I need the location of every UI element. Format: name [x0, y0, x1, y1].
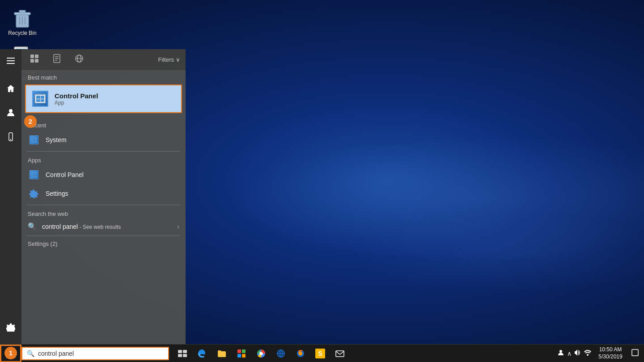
svg-rect-28: [183, 354, 187, 357]
sidebar-phone-button[interactable]: [2, 128, 20, 146]
taskbar-mail[interactable]: [330, 345, 350, 362]
sidebar-settings-button[interactable]: [2, 318, 20, 336]
tile-3: [31, 140, 34, 143]
hamburger-line-3: [7, 63, 15, 64]
taskbar-store[interactable]: [232, 345, 251, 362]
recent-section: Recent System: [21, 118, 186, 153]
recent-system-item[interactable]: System: [21, 130, 186, 149]
svg-rect-14: [30, 55, 34, 58]
sidebar-person-button[interactable]: [2, 104, 20, 122]
cp-tile-2: [41, 96, 45, 99]
systray: ∧: [557, 349, 591, 358]
recycle-bin-icon[interactable]: Recycle Bin: [4, 4, 40, 38]
filter-tab-apps[interactable]: [27, 52, 42, 67]
divider-1: [27, 151, 180, 152]
tile-4: [34, 140, 38, 143]
apps-settings-label: Settings: [46, 190, 68, 197]
taskbar-ie[interactable]: [271, 345, 291, 362]
expand-tray-icon[interactable]: ∧: [567, 350, 572, 357]
divider-3: [27, 236, 180, 236]
network-icon[interactable]: [584, 349, 591, 358]
apps-cp-icon-img: [30, 170, 38, 179]
recycle-bin-image: [12, 7, 33, 28]
divider-2: [27, 205, 180, 205]
taskbar-clock[interactable]: 10:50 AM 5/30/2019: [595, 346, 626, 360]
apps-settings-item[interactable]: Settings: [21, 184, 186, 203]
desktop: Recycle Bin Screenshot(1).png: [0, 0, 644, 362]
settings-count-section: Settings (2): [21, 238, 186, 251]
svg-rect-26: [183, 350, 187, 353]
cp-tile-1: [36, 96, 40, 99]
taskbar-edge[interactable]: [192, 345, 212, 362]
taskbar-file-explorer[interactable]: [212, 345, 232, 362]
search-web-label: Search the web: [21, 207, 186, 219]
search-magnifier-icon: 🔍: [28, 222, 37, 231]
svg-rect-13: [10, 139, 11, 140]
svg-rect-15: [35, 55, 38, 58]
search-query-text: control panel: [42, 223, 78, 230]
control-panel-icon-img: [32, 91, 48, 107]
cp-inner: [35, 94, 46, 103]
person-icon[interactable]: [557, 349, 564, 358]
start-sidebar: [0, 49, 21, 344]
tile-2: [34, 137, 38, 140]
svg-point-46: [587, 354, 589, 356]
hamburger-button[interactable]: [2, 53, 20, 69]
tile-1: [31, 137, 34, 140]
hamburger-line-1: [7, 58, 15, 59]
taskbar-search-icon: 🔍: [27, 350, 34, 357]
best-match-icon: [31, 90, 49, 108]
best-match-label: Best match: [21, 71, 186, 83]
best-match-section: Best match Control Pan: [21, 71, 186, 115]
taskbar-chrome[interactable]: [251, 345, 271, 362]
taskbar-firefox[interactable]: [291, 345, 310, 362]
best-match-text: Control Panel App: [55, 92, 98, 106]
notification-button[interactable]: [630, 349, 640, 358]
svg-rect-29: [237, 349, 241, 353]
cp-tile-4: [41, 99, 45, 102]
svg-rect-47: [632, 349, 638, 356]
apps-control-panel-item[interactable]: Control Panel: [21, 165, 186, 184]
filters-button[interactable]: Filters ∨: [158, 56, 180, 63]
tile-a3: [31, 175, 34, 178]
best-match-control-panel[interactable]: Control Panel App: [25, 84, 182, 113]
clock-date: 5/30/2019: [598, 354, 622, 361]
start-menu: Filters ∨ 2 Best match: [0, 49, 186, 344]
svg-text:S: S: [318, 350, 322, 357]
svg-rect-27: [178, 354, 182, 357]
apps-label: Apps: [21, 153, 186, 165]
apps-cp-label: Control Panel: [46, 171, 84, 178]
settings-icon-container: [28, 187, 40, 200]
filter-tab-docs[interactable]: [49, 52, 64, 67]
filter-tab-web[interactable]: [72, 52, 87, 67]
settings-count-label: Settings (2): [28, 240, 57, 247]
taskbar-search-input[interactable]: [38, 350, 164, 357]
best-match-type: App: [55, 100, 98, 106]
taskbar-search-bar[interactable]: 🔍: [21, 347, 169, 360]
start-panel: Filters ∨ 2 Best match: [21, 49, 186, 344]
sidebar-home-button[interactable]: [2, 80, 20, 97]
svg-rect-25: [178, 350, 182, 353]
tile-a4: [34, 175, 38, 178]
recent-label: Recent: [21, 118, 186, 130]
taskbar: 🔍: [0, 344, 644, 362]
system-icon: [28, 134, 40, 146]
cp-tile-3: [36, 99, 40, 102]
search-web-item[interactable]: 🔍 control panel - See web results ›: [21, 219, 186, 234]
filters-chevron: ∨: [176, 56, 180, 63]
taskbar-app-s[interactable]: S: [310, 345, 330, 362]
svg-point-35: [260, 352, 263, 355]
taskbar-right: ∧ 10:50 AM 5: [557, 345, 644, 362]
system-icon-img: [30, 135, 38, 144]
svg-point-41: [299, 352, 302, 355]
recycle-bin-label: Recycle Bin: [8, 30, 36, 36]
tile-a1: [31, 172, 34, 175]
volume-icon[interactable]: [574, 349, 581, 358]
taskbar-task-view[interactable]: [173, 345, 192, 362]
svg-point-11: [9, 109, 13, 113]
best-match-name: Control Panel: [55, 92, 98, 100]
apps-cp-icon: [28, 168, 40, 181]
system-label: System: [46, 136, 67, 143]
apps-section: Apps Control Panel: [21, 153, 186, 207]
tile-a2: [34, 172, 38, 175]
